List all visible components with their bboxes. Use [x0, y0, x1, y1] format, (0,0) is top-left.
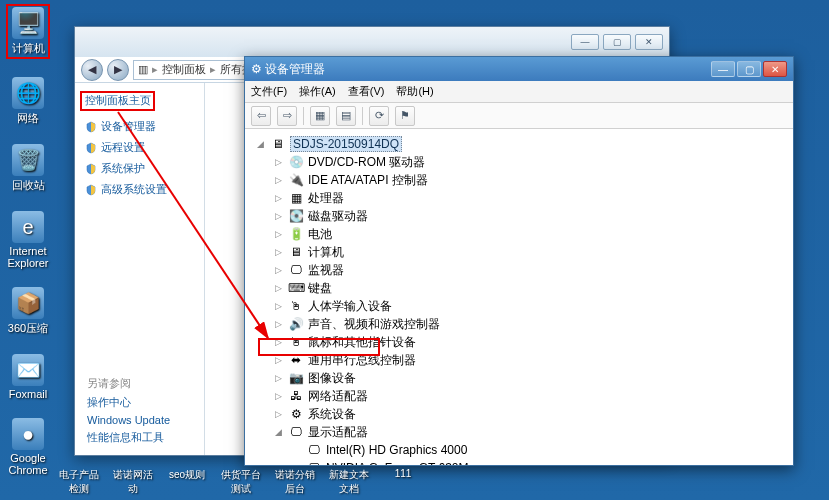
menu-action[interactable]: 操作(A) — [299, 84, 336, 99]
expand-icon[interactable]: ▷ — [273, 409, 284, 420]
tree-leaf[interactable]: 🖵Intel(R) HD Graphics 4000 — [291, 441, 783, 459]
desktop-icon-label[interactable]: 111 — [380, 468, 426, 496]
device-icon: 🔋 — [288, 226, 304, 242]
device-icon: 🖥 — [288, 244, 304, 260]
desktop-icon[interactable]: eInternet Explorer — [6, 211, 50, 269]
tree-node[interactable]: ▷📷图像设备 — [273, 369, 783, 387]
menu-help[interactable]: 帮助(H) — [396, 84, 433, 99]
maximize-button[interactable]: ▢ — [737, 61, 761, 77]
dm-title: 设备管理器 — [265, 61, 325, 78]
minimize-button[interactable]: — — [711, 61, 735, 77]
foot-link[interactable]: 性能信息和工具 — [87, 430, 170, 445]
tree-node[interactable]: ▷🔌IDE ATA/ATAPI 控制器 — [273, 171, 783, 189]
tree-root[interactable]: SDJS-20150914DQ — [290, 136, 402, 152]
device-icon: 🔊 — [288, 316, 304, 332]
collapse-icon[interactable]: ◢ — [255, 139, 266, 150]
toolbar-button[interactable]: ⚑ — [395, 106, 415, 126]
display-adapter-icon: 🖵 — [306, 442, 322, 458]
foot-link[interactable]: Windows Update — [87, 414, 170, 426]
forward-icon[interactable]: ⇨ — [277, 106, 297, 126]
tree-node[interactable]: ▷🖧网络适配器 — [273, 387, 783, 405]
forward-button[interactable]: ▶ — [107, 59, 129, 81]
expand-icon[interactable]: ▷ — [273, 265, 284, 276]
desktop-icon[interactable]: 🗑️回收站 — [6, 144, 50, 193]
toolbar-button[interactable]: ▦ — [310, 106, 330, 126]
expand-icon[interactable]: ▷ — [273, 355, 284, 366]
control-panel-icon: ▥ — [138, 63, 148, 76]
expand-icon[interactable]: ▷ — [273, 283, 284, 294]
expand-icon[interactable]: ▷ — [273, 301, 284, 312]
tree-node[interactable]: ▷🖱人体学输入设备 — [273, 297, 783, 315]
tree-node[interactable]: ▷🖵监视器 — [273, 261, 783, 279]
sidebar-item[interactable]: 远程设置 — [85, 137, 194, 158]
expand-icon[interactable]: ◢ — [273, 427, 284, 438]
toolbar-button[interactable]: ⟳ — [369, 106, 389, 126]
desktop-icon-label[interactable]: 新建文本文档 — [326, 468, 372, 496]
device-icon: 🖵 — [288, 424, 304, 440]
tree-node[interactable]: ▷💽磁盘驱动器 — [273, 207, 783, 225]
expand-icon[interactable]: ▷ — [273, 211, 284, 222]
sidebar-item[interactable]: 高级系统设置 — [85, 179, 194, 200]
device-icon: ⌨ — [288, 280, 304, 296]
tree-node[interactable]: ▷⌨键盘 — [273, 279, 783, 297]
tree-node[interactable]: ▷🔋电池 — [273, 225, 783, 243]
menu-file[interactable]: 文件(F) — [251, 84, 287, 99]
device-icon: 🔌 — [288, 172, 304, 188]
maximize-button[interactable]: ▢ — [603, 34, 631, 50]
expand-icon[interactable]: ▷ — [273, 337, 284, 348]
device-icon: 🖱 — [288, 298, 304, 314]
sidebar: 控制面板主页 设备管理器远程设置系统保护高级系统设置 另请参阅 操作中心 Win… — [75, 83, 205, 455]
desktop-icon[interactable]: 🖥️计算机 — [6, 4, 50, 59]
tree-node[interactable]: ▷🖥计算机 — [273, 243, 783, 261]
menu-view[interactable]: 查看(V) — [348, 84, 385, 99]
device-icon: 📷 — [288, 370, 304, 386]
tree-node[interactable]: ▷🔊声音、视频和游戏控制器 — [273, 315, 783, 333]
expand-icon[interactable]: ▷ — [273, 391, 284, 402]
expand-icon[interactable]: ▷ — [273, 175, 284, 186]
expand-icon[interactable]: ▷ — [273, 229, 284, 240]
device-icon: 🖵 — [288, 262, 304, 278]
device-icon: 💽 — [288, 208, 304, 224]
tree-node[interactable]: ▷💿DVD/CD-ROM 驱动器 — [273, 153, 783, 171]
desktop-icon-label[interactable]: 供货平台测试 — [218, 468, 264, 496]
tree-node[interactable]: ▷⬌通用串行总线控制器 — [273, 351, 783, 369]
back-icon[interactable]: ⇦ — [251, 106, 271, 126]
desktop-icon-label[interactable]: 诺诺分销后台 — [272, 468, 318, 496]
back-button[interactable]: ◀ — [81, 59, 103, 81]
expand-icon[interactable]: ▷ — [273, 373, 284, 384]
desktop-icon[interactable]: 🌐网络 — [6, 77, 50, 126]
expand-icon[interactable]: ▷ — [273, 193, 284, 204]
device-icon: ⬌ — [288, 352, 304, 368]
toolbar-button[interactable]: ▤ — [336, 106, 356, 126]
sidebar-item[interactable]: 系统保护 — [85, 158, 194, 179]
expand-icon[interactable]: ▷ — [273, 157, 284, 168]
tree-node[interactable]: ▷⚙系统设备 — [273, 405, 783, 423]
sidebar-item[interactable]: 设备管理器 — [85, 116, 194, 137]
desktop-icon[interactable]: ✉️Foxmail — [6, 354, 50, 400]
dm-titlebar: ⚙ 设备管理器 — ▢ ✕ — [245, 57, 793, 81]
crumb[interactable]: 控制面板 — [162, 62, 206, 77]
desktop-icon[interactable]: ●Google Chrome — [6, 418, 50, 476]
expand-icon[interactable]: ▷ — [273, 319, 284, 330]
see-also-label: 另请参阅 — [87, 376, 170, 391]
close-button[interactable]: ✕ — [763, 61, 787, 77]
desktop-icon-label[interactable]: 电子产品检测 — [56, 468, 102, 496]
close-button[interactable]: ✕ — [635, 34, 663, 50]
desktop-icon-label[interactable]: seo规则 — [164, 468, 210, 496]
device-icon: ⚙ — [288, 406, 304, 422]
display-adapter-icon: 🖵 — [306, 460, 322, 465]
minimize-button[interactable]: — — [571, 34, 599, 50]
tree-node[interactable]: ▷▦处理器 — [273, 189, 783, 207]
device-tree: ◢🖥SDJS-20150914DQ▷💿DVD/CD-ROM 驱动器▷🔌IDE A… — [245, 129, 793, 465]
expand-icon[interactable]: ▷ — [273, 247, 284, 258]
desktop-icon[interactable]: 📦360压缩 — [6, 287, 50, 336]
desktop-icon-label[interactable]: 诺诺网活动 — [110, 468, 156, 496]
foot-link[interactable]: 操作中心 — [87, 395, 170, 410]
tree-node[interactable]: ▷🖱鼠标和其他指针设备 — [273, 333, 783, 351]
device-icon: 🖧 — [288, 388, 304, 404]
tree-leaf[interactable]: 🖵NVIDIA GeForce GT 630M — [291, 459, 783, 465]
toolbar: ⇦ ⇨ ▦ ▤ ⟳ ⚑ — [245, 103, 793, 129]
sidebar-heading: 控制面板主页 — [85, 93, 194, 108]
tree-node[interactable]: ◢🖵显示适配器 — [273, 423, 783, 441]
device-icon: 💿 — [288, 154, 304, 170]
